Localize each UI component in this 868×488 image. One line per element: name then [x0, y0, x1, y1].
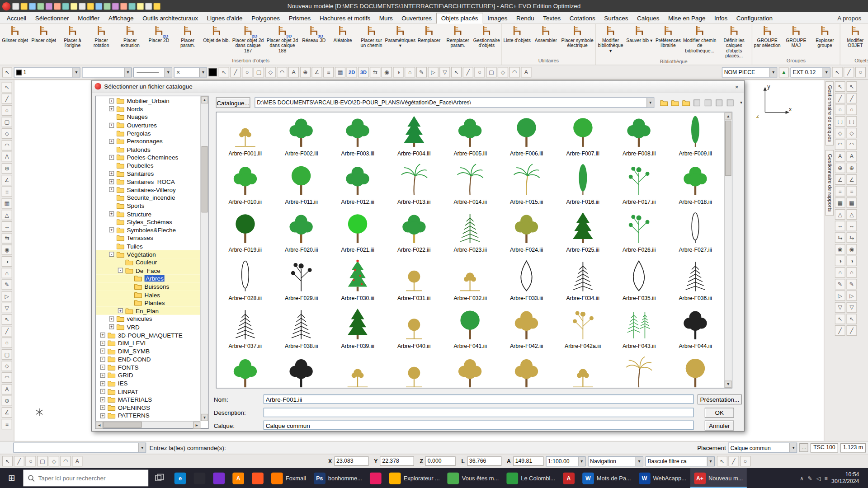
- tree-item-patterns[interactable]: +PATTERNS: [96, 412, 200, 420]
- color-red-icon[interactable]: ◠: [509, 67, 520, 77]
- catalogue-button[interactable]: Catalogue...: [216, 98, 250, 108]
- menu-tab-mise-en-page[interactable]: Mise en Page: [664, 13, 710, 23]
- task-view-icon[interactable]: [148, 468, 170, 488]
- tree-item-en-plan[interactable]: +En_Plan: [96, 307, 200, 315]
- osnap-icon[interactable]: ◇: [49, 456, 59, 466]
- catalog-item[interactable]: [555, 353, 611, 387]
- tree-item-dim-symb[interactable]: +DIM_SYMB: [96, 347, 200, 355]
- eye-icon[interactable]: △: [846, 209, 857, 220]
- catalog-item-arbre-f033-iii[interactable]: Arbre-F033.iii: [498, 257, 554, 305]
- chevron-up-icon[interactable]: ∧: [800, 475, 804, 481]
- ortho-icon[interactable]: ╱: [230, 67, 241, 77]
- tree-item-haies[interactable]: Haies: [96, 291, 200, 299]
- presentation-button[interactable]: Présentation...: [698, 394, 742, 404]
- zoom-icon[interactable]: ╱: [2, 94, 12, 104]
- menu-tab-rendu[interactable]: Rendu: [512, 13, 538, 23]
- scroll-down-icon[interactable]: ▼: [201, 414, 208, 421]
- ext-combo[interactable]: EXT 0.12 ▾: [791, 67, 830, 77]
- taskbar-app[interactable]: [248, 468, 268, 488]
- catalog-item-arbre-f009-iii[interactable]: Arbre-F009.iii: [667, 113, 723, 161]
- catalog-item-arbre-f020-iii[interactable]: Arbre-F020.iii: [273, 209, 329, 258]
- tree-item-de-face[interactable]: -De_Face: [96, 267, 200, 275]
- ortho-icon[interactable]: ○: [25, 456, 36, 466]
- tab-gestionnaire-calques[interactable]: Gestionnaire de calques: [826, 81, 834, 146]
- expander-icon[interactable]: +: [109, 179, 114, 184]
- menu-tab-configuration[interactable]: Configuration: [732, 13, 777, 23]
- taskbar-app-bonhomme[interactable]: Psbonhomme...: [310, 468, 366, 488]
- paint-icon[interactable]: ∠: [311, 67, 322, 77]
- catalog-item-arbre-f032-iii[interactable]: Arbre-F032.iii: [442, 257, 498, 305]
- measure-icon[interactable]: ⊕: [300, 67, 311, 77]
- catalog-item[interactable]: [386, 353, 442, 387]
- expander-icon[interactable]: +: [109, 122, 114, 127]
- catalog-item-arbre-f030-iii[interactable]: Arbre-F030.iii: [330, 257, 386, 305]
- ribbon-button-placer-objet[interactable]: Placer objet: [29, 24, 58, 58]
- tree-item-linpat[interactable]: +LINPAT: [96, 388, 200, 396]
- settings-icon[interactable]: [137, 3, 144, 10]
- text-icon[interactable]: ▦: [2, 198, 12, 208]
- beam-icon[interactable]: ▢: [835, 116, 845, 127]
- remove-icon[interactable]: ▽: [846, 302, 857, 313]
- dialog-title-bar[interactable]: Sélectionner un fichier catalogue: [92, 81, 744, 93]
- nav-up-icon[interactable]: ○: [855, 67, 866, 77]
- window-icon[interactable]: ⌂: [2, 268, 12, 278]
- pen-icon[interactable]: ✎: [808, 475, 812, 481]
- taskbar-app-le-colombi[interactable]: Le Colombi...: [503, 468, 559, 488]
- menu-tab-lignes-d-aide[interactable]: Lignes d'aide: [203, 13, 247, 23]
- tree-item-3d-pour-maquette[interactable]: +3D-POUR_MAQUETTE: [96, 331, 200, 339]
- annuler-button[interactable]: Annuler: [705, 421, 734, 431]
- expander-icon[interactable]: +: [100, 381, 105, 386]
- expander-icon[interactable]: +: [100, 397, 105, 402]
- door-icon[interactable]: ∠: [835, 174, 845, 185]
- views-icon[interactable]: ◉: [382, 67, 392, 77]
- ribbon-button-param-triques[interactable]: Paramétriques ▾: [386, 24, 415, 58]
- taskbar-app-explorateur[interactable]: Explorateur ...: [385, 468, 443, 488]
- scroll-thumb[interactable]: [103, 422, 142, 427]
- ribbon-button-objet-de-bib[interactable]: Objet de bib.: [202, 24, 231, 58]
- ribbon-button-modifier-biblioth-que[interactable]: Modifier bibliothèque ▾: [596, 24, 625, 59]
- up-folder-icon[interactable]: [659, 98, 669, 108]
- catalog-item-arbre-f015-iii[interactable]: Arbre-F015.iii: [498, 161, 554, 209]
- info-icon[interactable]: ∠: [2, 407, 12, 418]
- options-icon[interactable]: ○: [740, 456, 750, 466]
- settings-icon[interactable]: ▽: [835, 302, 845, 313]
- catalog-item-arbre-f027-iii[interactable]: Arbre-F027.iii: [667, 209, 723, 258]
- tree-item-materials[interactable]: +MATERIALS: [96, 395, 200, 404]
- tree-item-v-hicules[interactable]: +véhicules: [96, 315, 200, 323]
- expander-icon[interactable]: +: [100, 341, 105, 346]
- export-icon[interactable]: ▷: [835, 291, 845, 301]
- ribbon-button-gestionnaire-d-objets[interactable]: Gestionnaire d'objets: [472, 24, 501, 58]
- tree-item-poubelles[interactable]: Poubelles: [96, 161, 200, 169]
- catalog-item[interactable]: [273, 353, 329, 387]
- double-line-icon[interactable]: ◇: [2, 128, 12, 139]
- settings-icon[interactable]: ≡: [2, 419, 12, 429]
- tree-icon[interactable]: ╱: [2, 326, 12, 336]
- polygon-icon[interactable]: ≡: [2, 187, 12, 197]
- nav-right-icon[interactable]: ╱: [844, 67, 854, 77]
- scale-combo[interactable]: 1:100.00 ▾: [546, 456, 585, 466]
- catalog-item-arbre-f003-iii[interactable]: Arbre-F003.iii: [330, 113, 386, 161]
- tree-item-dim-levl[interactable]: +DIM_LEVL: [96, 339, 200, 347]
- zoom-window-icon[interactable]: ▽: [439, 67, 450, 77]
- menu-tab-outils-architecturaux[interactable]: Outils architecturaux: [138, 13, 202, 23]
- tree-item-personnages[interactable]: +Personnages: [96, 137, 200, 145]
- ribbon-button-placer-symbole-lectrique[interactable]: Placer symbole électrique: [560, 24, 594, 58]
- ribbon-button-modifier-objet[interactable]: Modifier OBJET: [841, 24, 868, 58]
- prev-view-icon[interactable]: ○: [474, 67, 485, 77]
- volume-icon[interactable]: ◁: [816, 475, 820, 481]
- ribbon-button-placer-param[interactable]: Placer param.: [173, 24, 202, 58]
- freeze-icon[interactable]: ↔: [846, 221, 857, 231]
- filter-combo[interactable]: Bascule filtre ca ▾: [646, 456, 715, 466]
- expander-icon[interactable]: +: [100, 357, 105, 362]
- expander-icon[interactable]: +: [100, 413, 105, 418]
- expander-icon[interactable]: -: [118, 268, 123, 273]
- menu-tab-affichage[interactable]: Affichage: [104, 13, 138, 23]
- sort-icon[interactable]: ⌂: [846, 267, 857, 277]
- otrack-icon[interactable]: ◠: [60, 456, 71, 466]
- column-icon[interactable]: ▽: [2, 303, 12, 313]
- catalog-item-arbre-f042a-iii[interactable]: Arbre-F042a.iii: [555, 305, 611, 354]
- tree-item-plafonds[interactable]: Plafonds: [96, 145, 200, 154]
- stairs-icon[interactable]: ◠: [835, 140, 845, 150]
- scroll-thumb[interactable]: [202, 146, 208, 212]
- preview-icon[interactable]: [54, 3, 61, 10]
